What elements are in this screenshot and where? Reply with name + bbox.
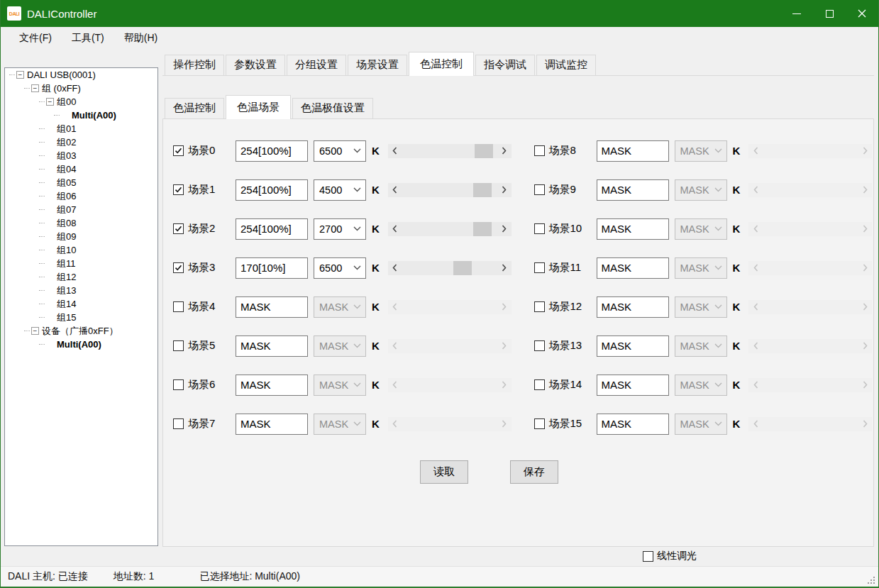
scroll-right-icon[interactable] [497, 261, 512, 275]
scene-checkbox[interactable] [534, 145, 545, 156]
tree-node[interactable]: 组01 [5, 122, 157, 135]
scene-checkbox[interactable] [534, 223, 545, 234]
scene-value-input[interactable] [597, 257, 669, 279]
scene-value-input[interactable] [597, 218, 669, 240]
sub-tab-1[interactable]: 色温场景 [226, 95, 291, 119]
scene-value-input[interactable] [236, 335, 308, 357]
menu-item[interactable]: 帮助(H) [114, 28, 167, 48]
scene-checkbox[interactable] [173, 223, 184, 234]
minimize-button[interactable] [780, 0, 813, 27]
scene-checkbox[interactable] [173, 301, 184, 312]
tree-node[interactable]: −设备（广播0xFF） [5, 324, 157, 338]
tree-node[interactable]: 组05 [5, 176, 157, 189]
tree-node[interactable]: 组14 [5, 297, 157, 311]
tree-node[interactable]: 组08 [5, 216, 157, 230]
scene-value-input[interactable] [236, 179, 308, 201]
tree-node[interactable]: 组13 [5, 284, 157, 297]
scene-temp-select[interactable]: MASK [314, 375, 366, 396]
scene-temp-select[interactable]: MASK [675, 257, 727, 279]
device-tree[interactable]: −DALI USB(0001)−组 (0xFF)−组00Multi(A00)组0… [4, 67, 158, 546]
tree-node[interactable]: 组11 [5, 257, 157, 270]
scene-value-input[interactable] [597, 296, 669, 318]
scene-temp-select[interactable]: MASK [675, 179, 727, 201]
scene-temp-select[interactable]: MASK [314, 414, 366, 435]
tree-node[interactable]: 组04 [5, 162, 157, 176]
scroll-left-icon[interactable] [388, 222, 402, 236]
main-tab-6[interactable]: 调试监控 [536, 55, 596, 75]
tree-expander-icon[interactable]: − [31, 84, 39, 92]
scene-checkbox[interactable] [173, 184, 184, 195]
tree-node[interactable]: −组00 [5, 95, 157, 109]
tree-node[interactable]: −DALI USB(0001) [5, 68, 157, 82]
scene-checkbox[interactable] [534, 301, 545, 312]
scroll-left-icon[interactable] [388, 261, 402, 275]
scene-temp-select[interactable]: 4500 [314, 179, 366, 201]
tree-node[interactable]: 组07 [5, 203, 157, 216]
scene-value-input[interactable] [597, 375, 669, 396]
scrollbar-thumb[interactable] [453, 261, 472, 275]
scene-checkbox[interactable] [534, 184, 545, 195]
scrollbar-thumb[interactable] [475, 144, 493, 158]
sub-tab-2[interactable]: 色温极值设置 [292, 98, 373, 118]
scene-value-input[interactable] [597, 414, 669, 435]
main-tab-3[interactable]: 场景设置 [348, 55, 407, 75]
scene-temp-select[interactable]: 6500 [314, 257, 366, 279]
scroll-right-icon[interactable] [497, 183, 512, 197]
scene-checkbox[interactable] [173, 379, 184, 390]
scene-checkbox[interactable] [173, 145, 184, 156]
scroll-right-icon[interactable] [497, 222, 512, 236]
main-tab-1[interactable]: 参数设置 [226, 55, 285, 75]
scene-temp-select[interactable]: MASK [675, 296, 727, 318]
tree-node[interactable]: Multi(A00) [5, 109, 157, 122]
tree-expander-icon[interactable]: − [16, 71, 24, 79]
scene-value-input[interactable] [236, 140, 308, 162]
tree-node[interactable]: Multi(A00) [5, 338, 157, 351]
scene-checkbox[interactable] [534, 340, 545, 351]
main-tab-5[interactable]: 指令调试 [475, 55, 535, 75]
scene-value-input[interactable] [597, 179, 669, 201]
scene-checkbox[interactable] [534, 418, 545, 429]
scrollbar-track[interactable] [402, 183, 497, 197]
scene-temp-select[interactable]: MASK [675, 335, 727, 357]
read-button[interactable]: 读取 [420, 460, 468, 484]
scene-temp-select[interactable]: MASK [314, 335, 366, 357]
tree-node[interactable]: 组15 [5, 311, 157, 324]
tree-node[interactable]: 组03 [5, 149, 157, 162]
resize-grip-icon[interactable] [873, 582, 875, 584]
scene-value-input[interactable] [236, 257, 308, 279]
tree-expander-icon[interactable]: − [31, 327, 39, 335]
scrollbar-thumb[interactable] [473, 183, 492, 197]
save-button[interactable]: 保存 [510, 460, 558, 484]
scene-value-input[interactable] [236, 296, 308, 318]
temperature-scrollbar[interactable] [388, 144, 512, 158]
scene-temp-select[interactable]: MASK [675, 414, 727, 435]
tree-node[interactable]: 组10 [5, 243, 157, 257]
scene-temp-select[interactable]: MASK [675, 218, 727, 240]
scene-value-input[interactable] [597, 335, 669, 357]
main-tab-0[interactable]: 操作控制 [165, 55, 224, 75]
tree-node[interactable]: 组09 [5, 230, 157, 243]
main-tab-4[interactable]: 色温控制 [409, 52, 474, 76]
scene-temp-select[interactable]: MASK [675, 140, 727, 162]
scene-value-input[interactable] [236, 218, 308, 240]
scene-checkbox[interactable] [173, 262, 184, 273]
tree-node[interactable]: 组12 [5, 270, 157, 284]
scene-checkbox[interactable] [173, 418, 184, 429]
temperature-scrollbar[interactable] [388, 222, 512, 236]
temperature-scrollbar[interactable] [388, 183, 512, 197]
scene-checkbox[interactable] [173, 340, 184, 351]
close-button[interactable] [846, 0, 878, 27]
tree-node[interactable]: 组02 [5, 135, 157, 149]
tree-node[interactable]: 组06 [5, 189, 157, 203]
scene-temp-select[interactable]: MASK [675, 375, 727, 396]
tree-expander-icon[interactable]: − [46, 98, 54, 106]
scroll-left-icon[interactable] [388, 183, 402, 197]
scroll-left-icon[interactable] [388, 144, 402, 158]
scene-temp-select[interactable]: MASK [314, 296, 366, 318]
scene-value-input[interactable] [236, 375, 308, 396]
temperature-scrollbar[interactable] [388, 261, 512, 275]
linear-dimming-checkbox[interactable] [643, 551, 653, 562]
scrollbar-thumb[interactable] [473, 222, 492, 236]
scene-value-input[interactable] [236, 414, 308, 435]
tree-node[interactable]: −组 (0xFF) [5, 82, 157, 95]
